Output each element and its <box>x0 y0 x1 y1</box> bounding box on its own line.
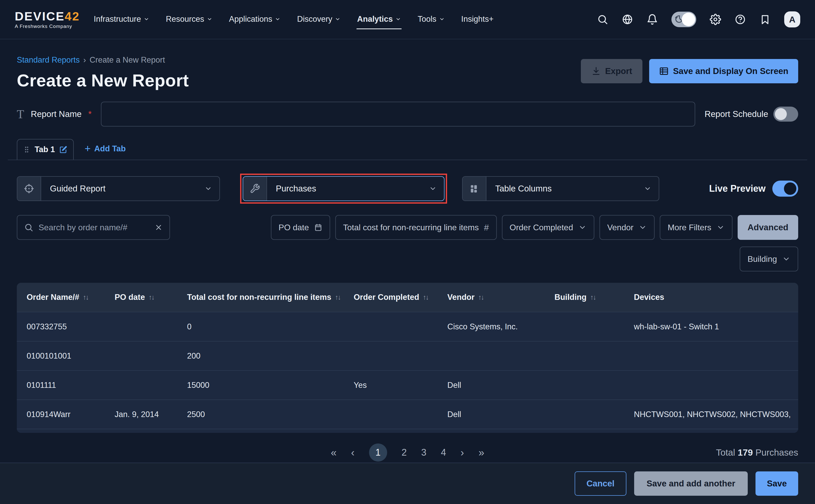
filter-order-completed-label: Order Completed <box>510 223 573 232</box>
logo-accent: 42 <box>65 9 80 23</box>
calendar-icon <box>314 223 322 232</box>
bell-icon[interactable] <box>647 14 658 25</box>
chevron-down-icon <box>439 16 445 22</box>
nav-item-label: Analytics <box>357 14 393 24</box>
avatar[interactable]: A <box>784 11 800 27</box>
clear-search-icon[interactable] <box>154 223 163 232</box>
filter-total-cost[interactable]: Total cost for non-recurring line items … <box>335 215 497 240</box>
object-type-select[interactable]: Purchases <box>243 176 444 201</box>
page-button-1[interactable]: 1 <box>369 443 387 462</box>
top-nav: DEVICE42 A Freshworks Company Infrastruc… <box>0 0 815 39</box>
tab-1[interactable]: Tab 1 <box>17 139 74 160</box>
filter-more-filters[interactable]: More Filters <box>660 215 732 240</box>
search-icon <box>24 223 33 232</box>
total-prefix: Total <box>716 447 735 457</box>
sort-icon: ↑↓ <box>423 293 428 301</box>
nav-item-applications[interactable]: Applications <box>228 10 281 29</box>
export-button[interactable]: Export <box>581 59 643 83</box>
column-header-order-name[interactable]: Order Name/#↑↓ <box>17 293 115 302</box>
header-actions: Export Save and Display On Screen <box>581 59 798 90</box>
help-icon[interactable] <box>735 14 746 25</box>
table-header-row: Order Name/#↑↓ PO date↑↓ Total cost for … <box>17 283 798 312</box>
page-button-2[interactable]: 2 <box>402 447 407 458</box>
nav-item-discovery[interactable]: Discovery <box>297 10 341 29</box>
nav-item-label: Discovery <box>297 14 332 24</box>
search-box <box>17 215 170 240</box>
nav-item-infrastructure[interactable]: Infrastructure <box>93 10 150 29</box>
edit-tab-icon[interactable] <box>59 145 68 154</box>
filter-vendor[interactable]: Vendor <box>599 215 655 240</box>
breadcrumb: Standard Reports › Create a New Report <box>17 55 189 65</box>
cell-devices: wh-lab-sw-01 - Switch 1 <box>634 322 798 331</box>
filter-po-date[interactable]: PO date <box>271 215 330 240</box>
nav-item-label: Applications <box>229 14 272 24</box>
device42-logo[interactable]: DEVICE42 A Freshworks Company <box>15 10 80 29</box>
drag-handle-icon[interactable] <box>23 146 31 153</box>
search-icon[interactable] <box>597 14 608 25</box>
chevron-down-icon <box>335 16 340 22</box>
table-row: 0101111 15000 Yes Dell <box>17 370 798 399</box>
column-header-order-completed[interactable]: Order Completed↑↓ <box>354 293 447 302</box>
add-tab-button[interactable]: + Add Tab <box>85 143 126 154</box>
nav-item-tools[interactable]: Tools <box>417 10 445 29</box>
nav-item-resources[interactable]: Resources <box>165 10 213 29</box>
report-schedule-label: Report Schedule <box>705 109 768 119</box>
sort-icon: ↑↓ <box>149 293 154 301</box>
filter-order-completed[interactable]: Order Completed <box>502 215 594 240</box>
column-label: Building <box>554 293 587 302</box>
page-title: Create a New Report <box>17 70 189 90</box>
bookmark-icon[interactable] <box>759 14 771 25</box>
column-header-building[interactable]: Building↑↓ <box>554 293 634 302</box>
save-and-display-button[interactable]: Save and Display On Screen <box>649 59 798 83</box>
chevron-down-icon <box>644 185 651 192</box>
page-button-3[interactable]: 3 <box>421 447 426 458</box>
search-input[interactable] <box>39 223 149 232</box>
cell-vendor: Dell <box>447 410 554 419</box>
column-header-vendor[interactable]: Vendor↑↓ <box>447 293 554 302</box>
cancel-button[interactable]: Cancel <box>575 471 626 496</box>
gear-icon[interactable] <box>710 14 721 25</box>
first-page-button[interactable]: « <box>331 447 336 458</box>
report-name-input[interactable] <box>101 102 695 127</box>
cell-vendor: Cisco Systems, Inc. <box>447 322 554 331</box>
cell-devices: NHCTWS001, NHCTWS002, NHCTWS003, <box>634 410 798 419</box>
nav-item-insights[interactable]: Insights+ <box>461 10 494 29</box>
column-header-devices: Devices <box>634 293 798 302</box>
nav-item-analytics[interactable]: Analytics <box>357 10 402 29</box>
next-page-button[interactable]: › <box>461 447 464 458</box>
advanced-button[interactable]: Advanced <box>738 215 798 240</box>
save-and-add-another-button[interactable]: Save and add another <box>634 471 748 496</box>
globe-icon[interactable] <box>622 14 633 25</box>
column-header-total-cost[interactable]: Total cost for non-recurring line items↑… <box>187 293 354 302</box>
column-header-po-date[interactable]: PO date↑↓ <box>115 293 187 302</box>
live-preview-control: Live Preview <box>709 181 798 197</box>
report-schedule-toggle[interactable] <box>773 107 798 122</box>
filter-total-cost-label: Total cost for non-recurring line items <box>343 223 479 232</box>
chevron-down-icon <box>395 16 401 22</box>
report-name-row: T Report Name * Report Schedule <box>0 102 815 127</box>
nav-item-label: Tools <box>418 14 436 24</box>
view-type-select[interactable]: Table Columns <box>462 176 659 201</box>
page-button-4[interactable]: 4 <box>441 447 446 458</box>
report-type-select[interactable]: Guided Report <box>17 176 220 201</box>
logo-text-e: E <box>56 9 65 23</box>
download-icon <box>591 66 601 76</box>
sort-icon: ↑↓ <box>478 293 484 301</box>
save-button[interactable]: Save <box>755 471 798 496</box>
breadcrumb-current: Create a New Report <box>90 55 165 65</box>
total-count: Total179Purchases <box>716 447 798 458</box>
prev-page-button[interactable]: ‹ <box>351 447 354 458</box>
live-preview-toggle[interactable] <box>772 181 798 197</box>
export-label: Export <box>605 66 632 76</box>
cell-order-name: 0101111 <box>17 381 115 390</box>
cell-total-cost: 15000 <box>187 381 354 390</box>
chevron-down-icon <box>578 223 587 232</box>
breadcrumb-link-standard-reports[interactable]: Standard Reports <box>17 55 80 65</box>
column-label: Order Completed <box>354 293 419 302</box>
last-page-button[interactable]: » <box>478 447 484 458</box>
filter-building[interactable]: Building <box>740 247 798 271</box>
main-menu: Infrastructure Resources Applications Di… <box>93 10 494 29</box>
object-type-value: Purchases <box>267 184 429 194</box>
sort-icon: ↑↓ <box>335 293 340 301</box>
theme-toggle[interactable] <box>671 12 696 27</box>
